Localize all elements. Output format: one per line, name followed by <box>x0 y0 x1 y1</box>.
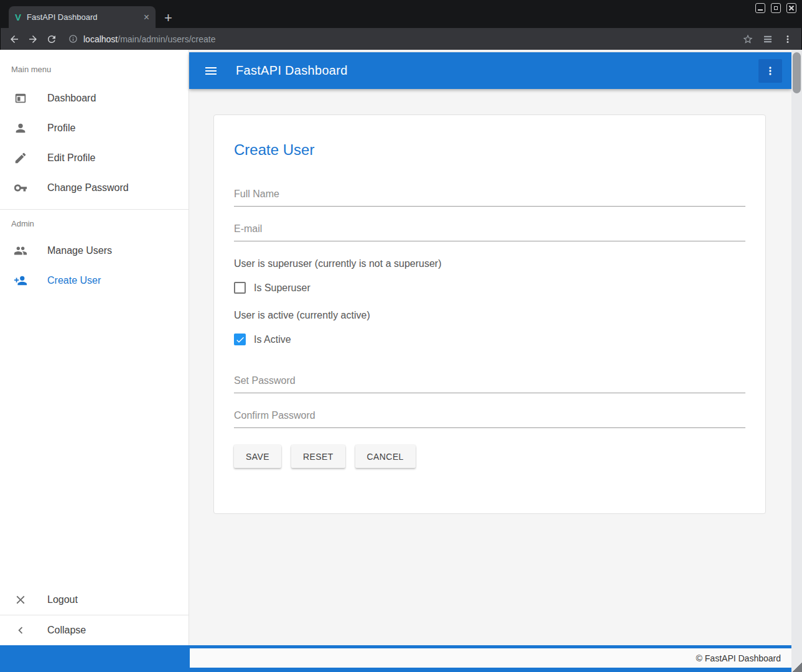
address-bar[interactable]: localhost/main/admin/users/create <box>61 34 742 45</box>
page-viewport: Main menu Dashboard Profile <box>0 50 802 672</box>
window-close-button[interactable] <box>786 3 796 13</box>
back-button[interactable] <box>5 30 24 49</box>
extensions-icon[interactable] <box>762 34 773 45</box>
active-checkbox-row[interactable]: Is Active <box>234 334 745 345</box>
url-text: localhost/main/admin/users/create <box>83 34 215 45</box>
window-maximize-button[interactable] <box>771 3 781 13</box>
confirm-password-field <box>234 410 745 428</box>
url-host: localhost <box>83 34 118 44</box>
sidebar-item-label: Change Password <box>47 182 129 194</box>
sidebar-item-label: Manage Users <box>47 245 112 256</box>
full-name-field <box>234 189 745 207</box>
app-bar: FastAPI Dashboard <box>189 52 791 89</box>
bookmark-star-icon[interactable] <box>742 34 753 45</box>
browser-window: V FastAPI Dashboard × + localhost/main/a… <box>0 0 802 672</box>
window-controls <box>755 3 796 13</box>
cancel-button[interactable]: CANCEL <box>355 445 416 468</box>
sidebar-item-label: Dashboard <box>47 93 96 104</box>
full-name-input[interactable] <box>234 189 745 207</box>
sidebar-collapse-button[interactable]: Collapse <box>0 615 189 645</box>
web-page: Main menu Dashboard Profile <box>0 50 791 672</box>
scrollbar-thumb[interactable] <box>793 52 801 93</box>
is-superuser-label: Is Superuser <box>254 282 310 294</box>
email-input[interactable] <box>234 223 745 241</box>
person-icon <box>13 121 28 136</box>
sidebar-item-dashboard[interactable]: Dashboard <box>0 83 189 113</box>
sidebar-section-main-menu: Main menu <box>0 50 189 83</box>
sidebar-item-label: Collapse <box>47 625 86 636</box>
reset-button[interactable]: RESET <box>291 445 345 468</box>
chevron-left-icon <box>13 623 28 638</box>
sidebar-item-label: Logout <box>47 594 78 605</box>
pencil-icon <box>13 151 28 166</box>
sidebar-item-logout[interactable]: Logout <box>0 585 189 615</box>
person-add-icon <box>13 273 28 288</box>
page-content: Create User User is superuser (currently… <box>189 89 791 645</box>
people-icon <box>13 243 28 258</box>
tab-close-icon[interactable]: × <box>144 12 149 22</box>
site-info-icon[interactable] <box>68 34 78 44</box>
tab-title: FastAPI Dashboard <box>27 12 138 22</box>
sidebar-item-label: Create User <box>47 275 101 286</box>
vue-favicon-icon: V <box>15 12 21 22</box>
hamburger-menu-icon[interactable] <box>198 58 223 83</box>
sidebar-item-label: Edit Profile <box>47 152 95 164</box>
set-password-field <box>234 375 745 393</box>
copyright-text: © FastAPI Dashboard <box>696 653 781 663</box>
key-icon <box>13 180 28 195</box>
form-actions: SAVE RESET CANCEL <box>234 445 745 468</box>
url-path: /main/admin/users/create <box>118 34 215 44</box>
sidebar-item-change-password[interactable]: Change Password <box>0 173 189 203</box>
page-scrollbar[interactable] <box>791 50 802 672</box>
reload-button[interactable] <box>42 30 61 49</box>
superuser-hint: User is superuser (currently is not a su… <box>234 258 745 269</box>
browser-menu-icon[interactable] <box>782 34 793 45</box>
email-field <box>234 223 745 241</box>
dashboard-icon <box>13 91 28 106</box>
appbar-menu-button[interactable] <box>758 59 782 83</box>
sidebar-item-edit-profile[interactable]: Edit Profile <box>0 143 189 173</box>
sidebar-section-admin: Admin <box>0 210 189 236</box>
create-user-card: Create User User is superuser (currently… <box>213 114 766 514</box>
window-minimize-button[interactable] <box>755 3 765 13</box>
sidebar: Main menu Dashboard Profile <box>0 50 189 645</box>
active-hint: User is active (currently active) <box>234 310 745 321</box>
sidebar-spacer <box>0 296 189 585</box>
browser-toolbar: localhost/main/admin/users/create <box>0 28 802 50</box>
sidebar-item-profile[interactable]: Profile <box>0 113 189 143</box>
superuser-checkbox-row[interactable]: Is Superuser <box>234 282 745 294</box>
sidebar-item-label: Profile <box>47 123 75 134</box>
close-x-icon <box>13 592 28 607</box>
copyright-bar: © FastAPI Dashboard <box>190 648 791 668</box>
toolbar-actions <box>742 34 797 45</box>
app-title: FastAPI Dashboard <box>236 63 348 78</box>
confirm-password-input[interactable] <box>234 410 745 428</box>
new-tab-button[interactable]: + <box>164 11 172 25</box>
page-title: Create User <box>234 141 745 159</box>
is-active-label: Is Active <box>254 334 291 345</box>
browser-tab-bar: V FastAPI Dashboard × + <box>0 0 802 28</box>
sidebar-item-create-user[interactable]: Create User <box>0 266 189 296</box>
main-area: FastAPI Dashboard Create User <box>189 50 791 645</box>
is-active-checkbox[interactable] <box>234 334 246 345</box>
sidebar-item-manage-users[interactable]: Manage Users <box>0 236 189 266</box>
forward-button[interactable] <box>24 30 42 49</box>
browser-tab[interactable]: V FastAPI Dashboard × <box>9 6 156 28</box>
spacer <box>234 362 745 375</box>
save-button[interactable]: SAVE <box>234 445 281 468</box>
is-superuser-checkbox[interactable] <box>234 282 246 294</box>
resize-grip-icon <box>791 661 802 672</box>
set-password-input[interactable] <box>234 375 745 393</box>
